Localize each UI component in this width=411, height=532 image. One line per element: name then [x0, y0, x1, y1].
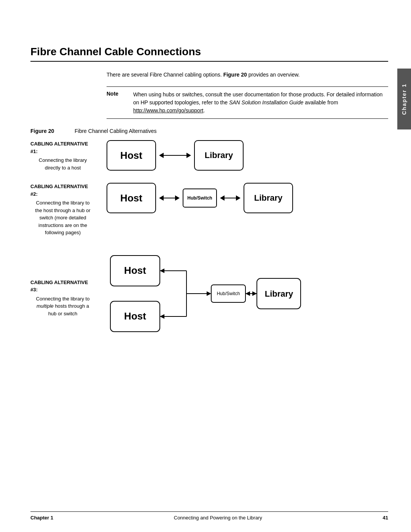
alt1-description: CABLING ALTERNATIVE #1: Connecting the l… [30, 140, 99, 171]
alt1-desc-text: Connecting the librarydirectly to a host [30, 157, 95, 171]
alt1-library-label: Library [205, 150, 233, 160]
figure-row: Figure 20 Fibre Channel Cabling Alternat… [30, 128, 388, 134]
chapter-tab: Chapter 1 [397, 69, 411, 129]
svg-marker-7 [160, 314, 164, 319]
svg-marker-14 [245, 291, 250, 296]
alt2-library-box: Library [244, 183, 293, 213]
page-title: Fibre Channel Cable Connections [30, 46, 388, 62]
alt1-title: CABLING ALTERNATIVE #1: [30, 140, 95, 155]
alt1-host-label: Host [120, 150, 142, 161]
footer-chapter: Chapter 1 [30, 515, 53, 521]
alt2-arrow-left [159, 195, 180, 201]
alt1-diagram: Host Library [107, 140, 244, 171]
figure-caption: Fibre Channel Cabling Alternatives [75, 128, 157, 134]
figure-label: Figure 20 [30, 128, 68, 134]
alt2-hub-box: Hub/Switch [183, 189, 217, 208]
intro-text: There are several Fibre Channel cabling … [107, 71, 388, 79]
alt1-library-box: Library [194, 140, 244, 171]
alt2-title: CABLING ALTERNATIVE #2: [30, 183, 95, 198]
footer: Chapter 1 Connecting and Powering on the… [30, 511, 388, 521]
intro-section: There are several Fibre Channel cabling … [107, 71, 388, 79]
alt3-title: CABLING ALTERNATIVE #3: [30, 279, 95, 294]
alt2-description: CABLING ALTERNATIVE #2: Connecting the l… [30, 183, 99, 236]
alt2-arrowhead-left1 [159, 195, 164, 201]
alt3-svg: Host Host [107, 248, 304, 335]
svg-marker-10 [207, 291, 211, 296]
main-content: Fibre Channel Cable Connections There ar… [30, 46, 388, 502]
note-section: Note When using hubs or switches, consul… [107, 86, 388, 119]
alt2-line1 [164, 198, 175, 198]
alt1-arrowhead-left [159, 153, 164, 158]
alt1-host-box: Host [107, 140, 156, 171]
svg-marker-15 [252, 291, 257, 296]
intro-text-1: There are several Fibre Channel cabling … [107, 72, 223, 78]
alt2-arrow-right [220, 195, 241, 201]
note-text-2: available from [303, 99, 338, 105]
alt3-description: CABLING ALTERNATIVE #3: Connecting the l… [30, 279, 99, 318]
footer-page-number: 41 [383, 515, 388, 521]
alt2-arrowhead-left2 [220, 195, 225, 201]
alt1-section: CABLING ALTERNATIVE #1: Connecting the l… [30, 140, 388, 171]
alt2-hub-label: Hub/Switch [187, 195, 212, 201]
alt1-arrowhead-right [186, 153, 191, 158]
alt2-line2 [225, 198, 236, 198]
alt3-desc-text: Connecting the library tomultiple hosts … [30, 295, 95, 318]
alt2-host-label: Host [120, 192, 142, 204]
alt2-diagram: Host Hub/Switch [107, 183, 293, 213]
figure-word: Figure [30, 128, 47, 134]
alt2-arrowhead-right1 [175, 195, 180, 201]
figure-number: 20 [48, 128, 54, 134]
alt3-section: CABLING ALTERNATIVE #3: Connecting the l… [30, 248, 388, 337]
alt1-arrow [159, 153, 191, 158]
svg-text:Host: Host [124, 310, 146, 322]
alt2-desc-text: Connecting the library tothe host throug… [30, 199, 95, 236]
footer-center: Connecting and Powering on the Library [174, 515, 262, 521]
alt2-library-label: Library [254, 193, 283, 203]
intro-figure-ref: Figure 20 [223, 72, 247, 78]
note-link[interactable]: http://www.hp.com/go/support [133, 107, 203, 113]
svg-text:Host: Host [124, 265, 146, 276]
note-label: Note [107, 91, 126, 115]
svg-marker-5 [160, 268, 164, 273]
svg-text:Library: Library [265, 289, 293, 299]
alt2-section: CABLING ALTERNATIVE #2: Connecting the l… [30, 183, 388, 236]
chapter-tab-label: Chapter 1 [401, 83, 407, 115]
alt3-diagram-container: Host Host [107, 248, 304, 337]
alt3-italic: multiple [37, 303, 54, 309]
svg-text:Hub/Switch: Hub/Switch [217, 291, 240, 296]
page: Chapter 1 Fibre Channel Cable Connection… [0, 0, 411, 532]
alt2-arrowhead-right2 [236, 195, 241, 201]
alt2-host-box: Host [107, 183, 156, 213]
note-italic: SAN Solution Installation Guide [229, 99, 303, 105]
note-text: When using hubs or switches, consult the… [133, 91, 388, 115]
alt1-line [164, 155, 186, 156]
intro-text-2: provides an overview. [247, 72, 300, 78]
note-text-3: . [203, 107, 205, 113]
